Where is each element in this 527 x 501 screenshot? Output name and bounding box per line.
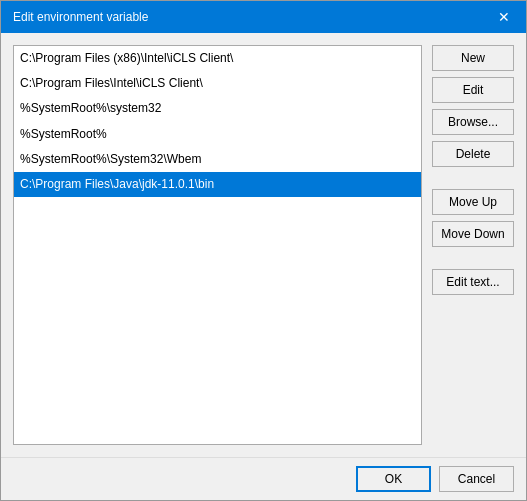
- dialog-body: C:\Program Files (x86)\Intel\iCLS Client…: [1, 33, 526, 457]
- dialog-footer: OK Cancel: [1, 457, 526, 500]
- edit-env-var-dialog: Edit environment variable ✕ C:\Program F…: [0, 0, 527, 501]
- env-var-list[interactable]: C:\Program Files (x86)\Intel\iCLS Client…: [13, 45, 422, 445]
- cancel-button[interactable]: Cancel: [439, 466, 514, 492]
- browse-button[interactable]: Browse...: [432, 109, 514, 135]
- title-bar: Edit environment variable ✕: [1, 1, 526, 33]
- list-item[interactable]: %SystemRoot%: [14, 122, 421, 147]
- list-item[interactable]: C:\Program Files (x86)\Intel\iCLS Client…: [14, 46, 421, 71]
- edit-text-button[interactable]: Edit text...: [432, 269, 514, 295]
- button-panel: New Edit Browse... Delete Move Up Move D…: [432, 45, 514, 445]
- ok-button[interactable]: OK: [356, 466, 431, 492]
- list-item[interactable]: %SystemRoot%\System32\Wbem: [14, 147, 421, 172]
- list-item[interactable]: %SystemRoot%\system32: [14, 96, 421, 121]
- spacer1: [432, 173, 514, 183]
- move-down-button[interactable]: Move Down: [432, 221, 514, 247]
- dialog-title: Edit environment variable: [13, 10, 148, 24]
- spacer2: [432, 253, 514, 263]
- list-item[interactable]: C:\Program Files\Java\jdk-11.0.1\bin: [14, 172, 421, 197]
- edit-button[interactable]: Edit: [432, 77, 514, 103]
- new-button[interactable]: New: [432, 45, 514, 71]
- close-button[interactable]: ✕: [494, 7, 514, 27]
- delete-button[interactable]: Delete: [432, 141, 514, 167]
- move-up-button[interactable]: Move Up: [432, 189, 514, 215]
- list-item[interactable]: C:\Program Files\Intel\iCLS Client\: [14, 71, 421, 96]
